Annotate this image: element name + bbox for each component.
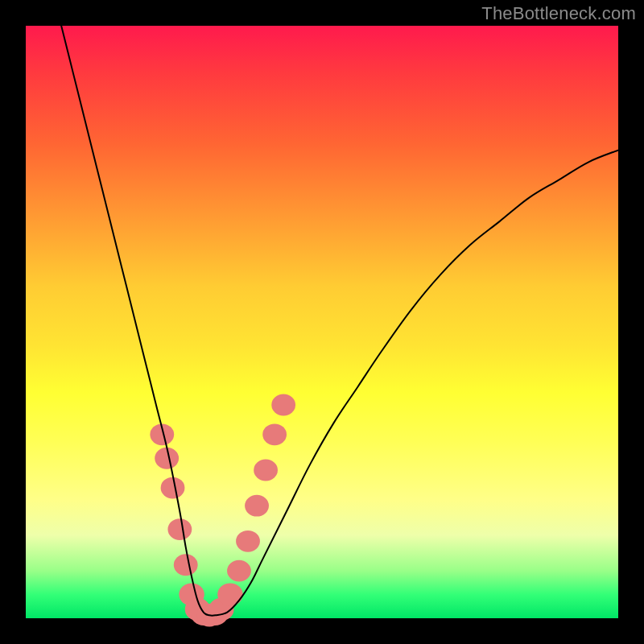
marker-blob xyxy=(236,530,260,552)
plot-area xyxy=(26,26,618,618)
bottleneck-curve xyxy=(61,26,618,616)
chart-overlay xyxy=(26,26,618,618)
watermark-text: TheBottleneck.com xyxy=(481,3,636,24)
marker-blob xyxy=(174,554,198,576)
marker-blob xyxy=(262,423,287,445)
marker-blob xyxy=(245,495,269,517)
marker-blob xyxy=(271,394,295,416)
marker-blob xyxy=(167,518,192,540)
marker-blobs xyxy=(150,394,295,627)
marker-blob xyxy=(254,460,278,481)
marker-blob xyxy=(217,583,242,605)
marker-blob xyxy=(161,477,185,499)
chart-stage: TheBottleneck.com xyxy=(0,0,644,644)
marker-blob xyxy=(227,560,251,582)
